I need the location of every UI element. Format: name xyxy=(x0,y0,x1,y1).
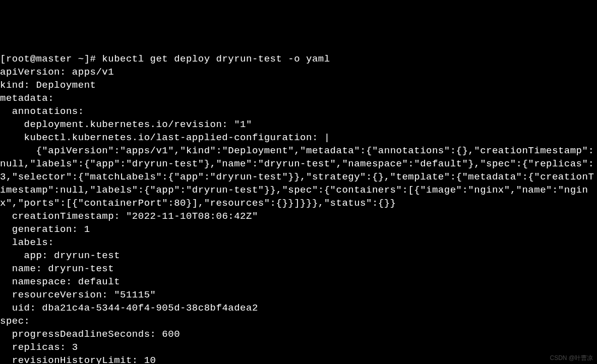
watermark-text: CSDN @叶曹凉 xyxy=(550,354,593,362)
terminal-window[interactable]: [root@master ~]# kubectl get deploy dryr… xyxy=(0,52,597,364)
shell-prompt: [root@master ~]# xyxy=(0,53,102,65)
command-input: kubectl get deploy dryrun-test -o yaml xyxy=(102,53,330,65)
command-output: apiVersion: apps/v1 kind: Deployment met… xyxy=(0,67,594,364)
